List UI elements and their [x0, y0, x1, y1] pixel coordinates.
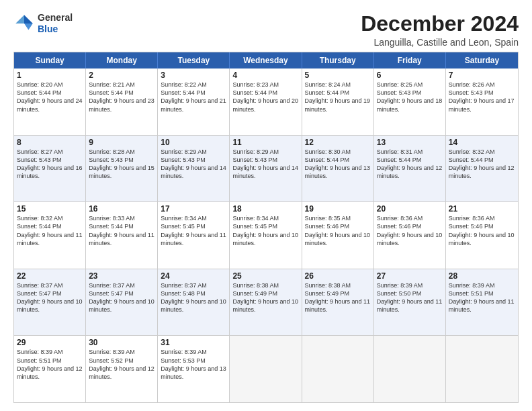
day-30: 30 Sunrise: 8:39 AMSunset: 5:52 PMDaylig…	[86, 336, 158, 402]
header-tuesday: Tuesday	[158, 52, 230, 68]
day-23: 23 Sunrise: 8:37 AMSunset: 5:47 PMDaylig…	[86, 269, 158, 336]
header-saturday: Saturday	[446, 52, 518, 68]
day-21: 21 Sunrise: 8:36 AMSunset: 5:46 PMDaylig…	[446, 202, 518, 269]
week-row-3: 15 Sunrise: 8:32 AMSunset: 5:44 PMDaylig…	[14, 201, 518, 269]
day-29: 29 Sunrise: 8:39 AMSunset: 5:51 PMDaylig…	[14, 336, 86, 402]
day-8: 8 Sunrise: 8:27 AMSunset: 5:43 PMDayligh…	[14, 136, 86, 202]
day-7: 7 Sunrise: 8:26 AMSunset: 5:43 PMDayligh…	[446, 68, 518, 135]
logo-text: General Blue	[38, 12, 73, 35]
logo: General Blue	[13, 12, 73, 35]
week-row-1: 1 Sunrise: 8:20 AMSunset: 5:44 PMDayligh…	[14, 68, 518, 135]
day-15: 15 Sunrise: 8:32 AMSunset: 5:44 PMDaylig…	[14, 202, 86, 269]
header-monday: Monday	[86, 52, 158, 68]
svg-marker-1	[24, 24, 33, 30]
day-5: 5 Sunrise: 8:24 AMSunset: 5:44 PMDayligh…	[302, 68, 374, 135]
day-20: 20 Sunrise: 8:36 AMSunset: 5:46 PMDaylig…	[374, 202, 446, 269]
day-31: 31 Sunrise: 8:39 AMSunset: 5:53 PMDaylig…	[158, 336, 230, 402]
day-18: 18 Sunrise: 8:34 AMSunset: 5:45 PMDaylig…	[230, 202, 302, 269]
day-1: 1 Sunrise: 8:20 AMSunset: 5:44 PMDayligh…	[14, 68, 86, 135]
svg-marker-2	[15, 15, 24, 24]
day-9: 9 Sunrise: 8:28 AMSunset: 5:43 PMDayligh…	[86, 136, 158, 202]
header-sunday: Sunday	[14, 52, 86, 68]
empty-4	[446, 336, 518, 402]
day-4: 4 Sunrise: 8:23 AMSunset: 5:44 PMDayligh…	[230, 68, 302, 135]
day-6: 6 Sunrise: 8:25 AMSunset: 5:43 PMDayligh…	[374, 68, 446, 135]
calendar-header: Sunday Monday Tuesday Wednesday Thursday…	[14, 52, 518, 68]
day-17: 17 Sunrise: 8:34 AMSunset: 5:45 PMDaylig…	[158, 202, 230, 269]
day-28: 28 Sunrise: 8:39 AMSunset: 5:51 PMDaylig…	[446, 269, 518, 336]
empty-1	[230, 336, 302, 402]
month-year: December 2024	[361, 12, 519, 36]
day-26: 26 Sunrise: 8:38 AMSunset: 5:49 PMDaylig…	[302, 269, 374, 336]
day-27: 27 Sunrise: 8:39 AMSunset: 5:50 PMDaylig…	[374, 269, 446, 336]
day-14: 14 Sunrise: 8:32 AMSunset: 5:44 PMDaylig…	[446, 136, 518, 202]
header-thursday: Thursday	[302, 52, 374, 68]
header-wednesday: Wednesday	[230, 52, 302, 68]
empty-2	[302, 336, 374, 402]
svg-marker-0	[24, 15, 33, 24]
logo-icon	[13, 13, 35, 34]
day-13: 13 Sunrise: 8:31 AMSunset: 5:44 PMDaylig…	[374, 136, 446, 202]
day-11: 11 Sunrise: 8:29 AMSunset: 5:43 PMDaylig…	[230, 136, 302, 202]
page: General Blue December 2024 Languilla, Ca…	[0, 0, 532, 411]
week-row-2: 8 Sunrise: 8:27 AMSunset: 5:43 PMDayligh…	[14, 135, 518, 202]
title-section: December 2024 Languilla, Castille and Le…	[361, 12, 519, 48]
day-12: 12 Sunrise: 8:30 AMSunset: 5:44 PMDaylig…	[302, 136, 374, 202]
calendar-body: 1 Sunrise: 8:20 AMSunset: 5:44 PMDayligh…	[14, 68, 518, 402]
day-2: 2 Sunrise: 8:21 AMSunset: 5:44 PMDayligh…	[86, 68, 158, 135]
week-row-5: 29 Sunrise: 8:39 AMSunset: 5:51 PMDaylig…	[14, 335, 518, 402]
empty-3	[374, 336, 446, 402]
day-25: 25 Sunrise: 8:38 AMSunset: 5:49 PMDaylig…	[230, 269, 302, 336]
day-3: 3 Sunrise: 8:22 AMSunset: 5:44 PMDayligh…	[158, 68, 230, 135]
day-19: 19 Sunrise: 8:35 AMSunset: 5:46 PMDaylig…	[302, 202, 374, 269]
day-24: 24 Sunrise: 8:37 AMSunset: 5:48 PMDaylig…	[158, 269, 230, 336]
day-22: 22 Sunrise: 8:37 AMSunset: 5:47 PMDaylig…	[14, 269, 86, 336]
header: General Blue December 2024 Languilla, Ca…	[13, 12, 519, 48]
week-row-4: 22 Sunrise: 8:37 AMSunset: 5:47 PMDaylig…	[14, 269, 518, 336]
location: Languilla, Castille and Leon, Spain	[361, 37, 519, 48]
header-friday: Friday	[374, 52, 446, 68]
day-16: 16 Sunrise: 8:33 AMSunset: 5:44 PMDaylig…	[86, 202, 158, 269]
day-10: 10 Sunrise: 8:29 AMSunset: 5:43 PMDaylig…	[158, 136, 230, 202]
calendar: Sunday Monday Tuesday Wednesday Thursday…	[13, 52, 519, 403]
